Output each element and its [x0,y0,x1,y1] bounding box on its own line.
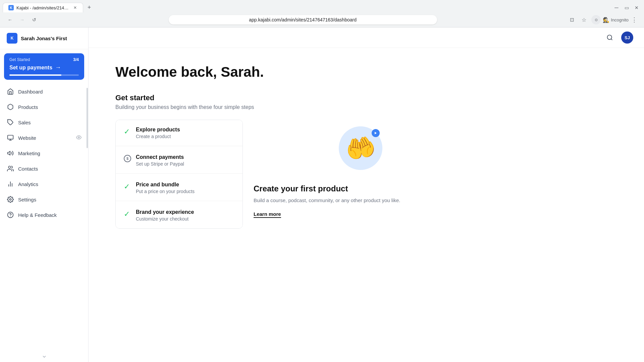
get-started-section: Get started Building your business begin… [115,94,464,229]
address-right-controls: ⊡ ☆ ⊙ 🕵 Incognito ⋮ [567,14,639,25]
maximize-button[interactable]: ▭ [622,3,631,12]
get-started-arrow-icon: → [55,64,61,71]
cast-icon[interactable]: ⊡ [567,14,577,25]
svg-point-9 [10,199,11,200]
tab-title: Kajabi - /admin/sites/214764716... [16,5,70,10]
sidebar-scrollbar[interactable] [86,88,88,362]
sidebar-scroll-down[interactable] [0,351,88,362]
step-brand-experience[interactable]: ✓ Brand your experience Customize your c… [116,202,243,228]
tab-close-button[interactable]: ✕ [73,5,77,10]
sidebar-item-label-marketing: Marketing [18,150,82,156]
sidebar-brand-name: Sarah Jonas's First [21,36,67,41]
dashboard-content: Welcome back, Sarah. Get started Buildin… [89,48,491,255]
users-icon [7,165,14,172]
sidebar-item-marketing[interactable]: Marketing [0,145,88,161]
dollar-circle-icon: $ [124,155,131,162]
step-desc-connect: Set up Stripe or Paypal [136,161,234,167]
sidebar-navigation: Dashboard Products Sales [0,81,88,351]
get-started-banner[interactable]: Get Started 3/4 Set up payments → [4,53,84,80]
sidebar-item-help[interactable]: Help & Feedback [0,207,88,223]
step-check-connect: $ [124,155,131,162]
step-explore-products[interactable]: ✓ Explore products Create a product [116,120,243,146]
browser-menu-button[interactable]: ⋮ [630,16,639,23]
settings-icon [7,196,14,203]
user-avatar[interactable]: SJ [621,32,633,44]
address-bar: ← → ↺ ⊡ ☆ ⊙ 🕵 Incognito ⋮ [0,12,644,27]
step-title-price: Price and bundle [136,182,234,188]
sidebar-scrollbar-thumb [87,88,88,148]
svg-marker-14 [375,132,377,134]
notification-badge [372,129,380,137]
step-content-explore: Explore products Create a product [136,127,234,139]
minimize-button[interactable]: ─ [612,3,621,12]
sidebar-item-analytics[interactable]: Analytics [0,176,88,192]
product-illustration: 🤲 [254,120,464,173]
box-icon [7,103,14,111]
sidebar-item-contacts[interactable]: Contacts [0,161,88,176]
search-button[interactable] [604,32,616,44]
sidebar-item-label-help: Help & Feedback [18,212,82,218]
help-circle-icon [7,211,14,219]
monitor-icon [7,134,14,141]
get-started-label: Get Started [9,57,30,62]
progress-bar-background [9,74,79,76]
close-window-button[interactable]: ✕ [632,3,641,12]
sidebar-item-label-contacts: Contacts [18,166,82,172]
create-product-title: Create your first product [254,184,464,193]
hand-emoji: 🤲 [343,131,378,165]
sidebar-item-website[interactable]: Website [0,130,88,145]
svg-rect-1 [8,135,13,139]
tag-icon [7,119,14,126]
step-desc-price: Put a price on your products [136,189,234,194]
svg-point-4 [78,137,79,138]
profile-icon[interactable]: ⊙ [591,14,601,25]
sidebar-header: K Sarah Jonas's First [0,27,88,49]
step-connect-payments[interactable]: $ Connect payments Set up Stripe or Payp… [116,147,243,174]
sidebar-logo: K [7,33,17,44]
steps-grid: ✓ Explore products Create a product $ [115,120,464,229]
bar-chart-icon [7,180,14,188]
step-content-brand: Brand your experience Customize your che… [136,209,234,222]
step-desc-brand: Customize your checkout [136,216,234,222]
sidebar: K Sarah Jonas's First Get Started 3/4 Se… [0,27,89,362]
create-product-card: Create your first product Build a course… [254,181,464,221]
checkmark-icon: ✓ [124,127,130,136]
svg-point-12 [607,35,612,40]
step-price-bundle[interactable]: ✓ Price and bundle Put a price on your p… [116,175,243,201]
tab-favicon: K [8,5,14,10]
checkmark-icon-price: ✓ [124,182,130,191]
incognito-indicator: 🕵 Incognito [603,17,629,23]
step-title-explore: Explore products [136,127,234,133]
get-started-count: 3/4 [73,57,79,62]
illustration-circle: 🤲 [339,126,382,170]
sidebar-item-dashboard[interactable]: Dashboard [0,84,88,99]
sidebar-item-label-settings: Settings [18,197,82,202]
bookmark-icon[interactable]: ☆ [579,14,589,25]
forward-button[interactable]: → [17,15,27,24]
step-content-connect: Connect payments Set up Stripe or Paypal [136,154,234,167]
browser-chrome: K Kajabi - /admin/sites/214764716... ✕ +… [0,0,644,27]
home-icon [7,88,14,95]
learn-more-link[interactable]: Learn more [254,211,281,218]
eye-icon [76,135,82,141]
get-started-title: Set up payments → [9,64,79,71]
sidebar-item-settings[interactable]: Settings [0,192,88,207]
right-panel: 🤲 Create your first product Build a cour [254,120,464,229]
refresh-button[interactable]: ↺ [30,15,39,24]
sidebar-item-label-dashboard: Dashboard [18,89,82,95]
hand-graphic: 🤲 [339,126,379,167]
back-button[interactable]: ← [5,15,15,24]
sidebar-item-label-analytics: Analytics [18,181,82,187]
active-tab[interactable]: K Kajabi - /admin/sites/214764716... ✕ [3,3,83,12]
profile-circle: ⊙ [591,15,601,24]
sidebar-item-products[interactable]: Products [0,99,88,115]
step-desc-explore: Create a product [136,134,234,139]
new-tab-button[interactable]: + [85,3,94,12]
welcome-title: Welcome back, Sarah. [115,64,464,80]
url-bar[interactable] [169,15,437,24]
create-product-desc: Build a course, podcast, community, or a… [254,197,464,204]
step-title-connect: Connect payments [136,154,234,160]
sidebar-item-sales[interactable]: Sales [0,115,88,130]
step-title-brand: Brand your experience [136,209,234,215]
steps-list: ✓ Explore products Create a product $ [115,120,243,229]
